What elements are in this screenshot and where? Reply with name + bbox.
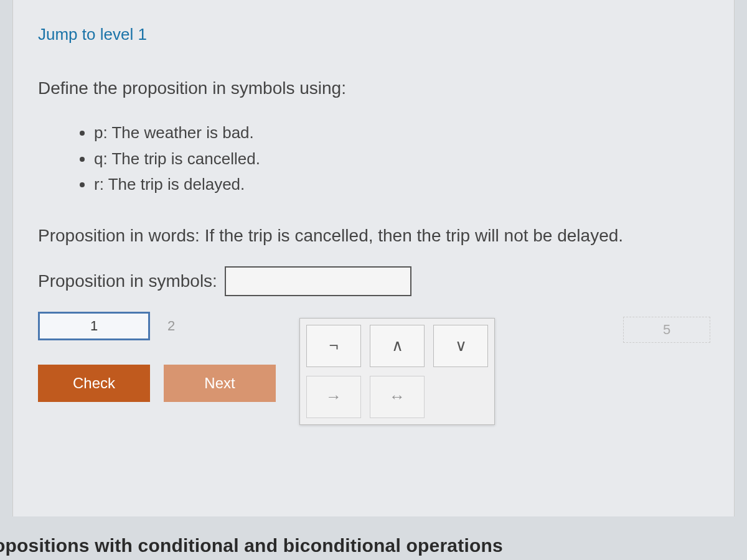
or-symbol-button[interactable]: ∨	[433, 325, 488, 367]
next-button[interactable]: Next	[164, 365, 276, 402]
iff-symbol-button[interactable]: ↔	[370, 376, 425, 418]
proposition-r: r: The trip is delayed.	[94, 172, 709, 198]
proposition-q: q: The trip is cancelled.	[94, 146, 709, 172]
symbol-palette: ¬ ∧ ∨ → ↔	[299, 318, 495, 425]
question-panel: Jump to level 1 Define the proposition i…	[12, 0, 735, 516]
jump-to-level-link[interactable]: Jump to level 1	[38, 25, 709, 44]
action-buttons: Check Next	[38, 365, 276, 402]
level-nav: 1 2	[38, 312, 175, 340]
and-symbol-button[interactable]: ∧	[370, 325, 425, 367]
symbols-row: Proposition in symbols:	[38, 266, 709, 296]
proposition-p: p: The weather is bad.	[94, 120, 709, 146]
footer-cutoff-text: opositions with conditional and bicondit…	[0, 535, 503, 556]
implies-symbol-button[interactable]: →	[306, 376, 361, 418]
proposition-in-words: Proposition in words: If the trip is can…	[38, 223, 709, 249]
level-5-tab[interactable]: 5	[623, 317, 710, 343]
symbols-label: Proposition in symbols:	[38, 271, 217, 291]
not-symbol-button[interactable]: ¬	[306, 325, 361, 367]
level-2-tab[interactable]: 2	[167, 318, 175, 334]
prompt-text: Define the proposition in symbols using:	[38, 75, 709, 101]
proposition-list: p: The weather is bad. q: The trip is ca…	[94, 120, 709, 198]
lower-controls: 1 2 5 Check Next ¬ ∧ ∨ → ↔	[38, 312, 709, 449]
check-button[interactable]: Check	[38, 365, 150, 402]
level-1-tab[interactable]: 1	[38, 312, 150, 340]
symbols-input[interactable]	[225, 266, 411, 296]
